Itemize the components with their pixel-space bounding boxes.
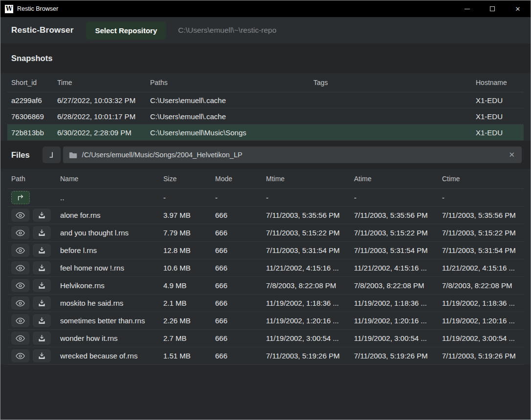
download-file-button[interactable]: [33, 261, 51, 274]
snapshot-hostname: X1-EDU: [472, 96, 524, 105]
close-button[interactable]: ✕: [505, 0, 531, 17]
preview-file-button[interactable]: [11, 349, 29, 362]
download-file-button[interactable]: [33, 314, 51, 327]
file-mtime: 7/11/2003, 5:15:22 PM: [262, 229, 350, 237]
file-size: 10.6 MB: [159, 264, 211, 272]
snapshot-hostname: X1-EDU: [472, 112, 524, 121]
column-header-time: Time: [53, 79, 146, 86]
file-size: 3.97 MB: [159, 211, 211, 219]
file-size: 7.79 MB: [159, 229, 211, 237]
file-row: wrecked because of.rns 1.51 MB 666 7/11/…: [7, 347, 524, 365]
app-icon: W: [5, 5, 13, 13]
file-name: alone for.rns: [56, 211, 159, 219]
repository-path: C:\Users\emuell\~\restic-repo: [178, 26, 276, 35]
file-size: 4.9 MB: [159, 281, 211, 290]
download-file-button[interactable]: [33, 244, 51, 257]
file-ctime: 11/19/2002, 3:00:54 ...: [438, 334, 524, 342]
download-file-button[interactable]: [33, 349, 51, 362]
parent-directory-row: .. - - - - -: [7, 189, 524, 207]
snapshot-time: 6/28/2022, 10:01:17 PM: [53, 112, 146, 121]
file-mode: 666: [211, 281, 262, 290]
snapshot-row[interactable]: 76306869 6/28/2022, 10:01:17 PM C:\Users…: [7, 108, 524, 125]
eye-icon: [16, 300, 25, 307]
file-ctime: 11/19/2002, 1:20:16 ...: [438, 316, 524, 325]
file-mtime: -: [262, 193, 350, 202]
file-name: feel home now !.rns: [56, 264, 159, 272]
download-file-button[interactable]: [33, 279, 51, 292]
preview-file-button[interactable]: [11, 296, 29, 310]
file-mtime: 11/19/2002, 1:20:16 ...: [262, 316, 350, 325]
files-header-row: Path Name Size Mode Mtime Atime Ctime: [7, 169, 524, 189]
file-name: and you thought l.rns: [56, 229, 159, 237]
preview-file-button[interactable]: [11, 226, 29, 239]
file-mode: 666: [211, 352, 262, 360]
preview-file-button[interactable]: [11, 244, 29, 257]
column-header-hostname: Hostname: [472, 79, 524, 86]
file-mtime: 11/19/2002, 1:18:36 ...: [262, 299, 350, 307]
column-header-paths: Paths: [146, 79, 310, 86]
file-size: -: [159, 193, 211, 202]
download-icon: [38, 352, 45, 359]
preview-file-button[interactable]: [11, 332, 29, 345]
file-name: wrecked because of.rns: [56, 352, 159, 360]
folder-icon: [69, 151, 77, 159]
file-mode: 666: [211, 229, 262, 237]
eye-icon: [16, 282, 25, 289]
file-size: 12.8 MB: [159, 246, 211, 254]
snapshots-heading-band: Snapshots: [0, 43, 531, 73]
file-atime: 7/11/2003, 5:19:26 PM: [350, 352, 438, 360]
file-atime: 11/21/2002, 4:15:16 ...: [350, 264, 438, 272]
file-mtime: 7/11/2003, 5:19:26 PM: [262, 352, 350, 360]
window-controls: ✕: [454, 0, 531, 17]
download-file-button[interactable]: [33, 209, 51, 222]
eye-icon: [16, 335, 25, 342]
download-file-button[interactable]: [33, 332, 51, 345]
maximize-button[interactable]: [480, 0, 505, 17]
snapshots-heading: Snapshots: [11, 54, 52, 63]
file-mode: 666: [211, 299, 262, 307]
download-file-button[interactable]: [33, 296, 51, 310]
file-size: 1.51 MB: [159, 352, 211, 360]
file-row: moskito he said.rns 2.1 MB 666 11/19/200…: [7, 294, 524, 312]
preview-file-button[interactable]: [11, 314, 29, 327]
file-atime: 11/19/2002, 1:18:36 ...: [350, 299, 438, 307]
file-name: Helvikone.rns: [56, 281, 159, 290]
select-repository-button[interactable]: Select Repository: [86, 21, 167, 40]
eye-icon: [16, 212, 25, 219]
tree-view-toggle-button[interactable]: [43, 147, 61, 163]
files-heading-band: Files /C/Users/emuell/Music/Songs/2004_H…: [0, 141, 531, 169]
column-header-mtime: Mtime: [262, 175, 350, 183]
file-atime: 11/19/2002, 3:00:54 ...: [350, 334, 438, 342]
snapshot-row[interactable]: a2299af6 6/27/2022, 10:03:32 PM C:\Users…: [7, 92, 524, 108]
download-icon: [38, 264, 45, 272]
file-row: alone for.rns 3.97 MB 666 7/11/2003, 5:3…: [7, 207, 524, 224]
snapshot-short-id: 76306869: [7, 112, 53, 121]
file-atime: -: [350, 193, 438, 202]
current-path-text: /C/Users/emuell/Music/Songs/2004_Helveti…: [82, 151, 508, 159]
snapshot-time: 6/30/2022, 2:28:09 PM: [53, 128, 146, 137]
file-ctime: 7/11/2003, 5:31:54 PM: [438, 246, 524, 254]
file-mode: 666: [211, 246, 262, 254]
current-path-bar[interactable]: /C/Users/emuell/Music/Songs/2004_Helveti…: [63, 147, 522, 163]
file-ctime: 11/21/2002, 4:15:16 ...: [438, 264, 524, 272]
download-icon: [38, 247, 45, 254]
snapshot-row-selected[interactable]: 72b813bb 6/30/2022, 2:28:09 PM C:\Users\…: [7, 125, 524, 141]
preview-file-button[interactable]: [11, 261, 29, 274]
snapshot-paths: C:\Users\emuell\.cache: [146, 96, 310, 105]
eye-icon: [16, 353, 25, 359]
file-mode: 666: [211, 334, 262, 342]
file-row: and you thought l.rns 7.79 MB 666 7/11/2…: [7, 224, 524, 242]
minimize-button[interactable]: [454, 0, 480, 17]
preview-file-button[interactable]: [11, 209, 29, 222]
snapshots-table: Short_id Time Paths Tags Hostname a2299a…: [0, 73, 531, 141]
column-header-short-id: Short_id: [7, 79, 53, 86]
column-header-name: Name: [56, 175, 159, 183]
clear-path-button[interactable]: ✕: [508, 150, 516, 159]
download-file-button[interactable]: [33, 226, 51, 239]
download-icon: [38, 211, 45, 219]
files-heading: Files: [11, 150, 30, 160]
preview-file-button[interactable]: [11, 279, 29, 292]
download-icon: [38, 317, 45, 324]
file-mtime: 11/19/2002, 3:00:54 ...: [262, 334, 350, 342]
go-to-parent-button[interactable]: [11, 191, 30, 204]
